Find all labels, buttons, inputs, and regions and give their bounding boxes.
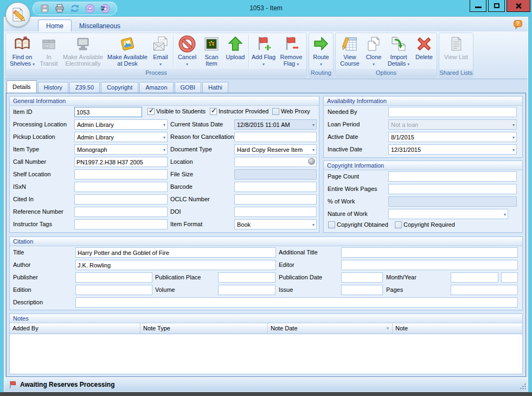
help-icon[interactable]: ? bbox=[512, 20, 523, 30]
oclc-number-input[interactable] bbox=[234, 194, 317, 205]
dropdown-arrow-icon[interactable]: ▾ bbox=[512, 123, 515, 127]
doi-input[interactable] bbox=[234, 207, 317, 217]
publication-place-input[interactable] bbox=[218, 272, 275, 283]
ribbon-button-cancel[interactable]: Cancel▾ bbox=[175, 34, 200, 69]
resize-grip[interactable] bbox=[519, 382, 527, 390]
dropdown-arrow-icon[interactable]: ▾ bbox=[163, 123, 165, 127]
isxn-input[interactable] bbox=[74, 182, 168, 192]
checkbox-icon[interactable] bbox=[210, 108, 217, 115]
refresh-icon[interactable] bbox=[69, 3, 81, 14]
active-date-combo[interactable]: 8/1/2015▾ bbox=[388, 132, 517, 142]
print-icon[interactable] bbox=[54, 3, 66, 14]
dropdown-arrow-icon[interactable]: ▾ bbox=[504, 212, 506, 217]
inactive-date-combo[interactable]: 12/31/2015▾ bbox=[388, 144, 517, 155]
tab-details[interactable]: Details bbox=[7, 80, 37, 93]
item-format-combo[interactable]: Book▾ bbox=[234, 219, 317, 229]
item-id-input[interactable] bbox=[74, 107, 142, 117]
dropdown-arrow-icon[interactable]: ▾ bbox=[163, 135, 165, 140]
notes-grid-body[interactable] bbox=[10, 334, 522, 374]
editor-input[interactable] bbox=[341, 260, 518, 270]
checkbox-instructor-provided[interactable]: Instructor Provided bbox=[210, 108, 268, 115]
publisher-input[interactable] bbox=[75, 272, 152, 283]
checkbox-web-proxy[interactable]: Web Proxy bbox=[272, 108, 310, 115]
ribbon-button-view-course[interactable]: ViewCourse bbox=[337, 34, 363, 69]
tab-copyright[interactable]: Copyright bbox=[101, 82, 138, 93]
ribbon-tab-home[interactable]: Home bbox=[38, 20, 72, 31]
processing-location-combo[interactable]: Admin Library▾ bbox=[74, 119, 168, 130]
ribbon-button-email[interactable]: Email▾ bbox=[149, 34, 172, 69]
current-status-date-combo[interactable]: 12/8/2015 11:01 AM▾ bbox=[234, 119, 317, 130]
month-input[interactable] bbox=[451, 272, 498, 283]
dropdown-arrow-icon[interactable]: ▾ bbox=[312, 222, 315, 227]
page-count-input[interactable] bbox=[388, 171, 517, 182]
ribbon-button-upload[interactable]: Upload bbox=[223, 34, 247, 69]
nature-of-work-combo[interactable]: ▾✕ bbox=[388, 209, 508, 219]
ribbon-button-clone[interactable]: Clone▾ bbox=[363, 34, 384, 69]
instructor-tags-input[interactable] bbox=[74, 219, 168, 229]
minimize-button[interactable] bbox=[470, 0, 486, 12]
column-header-note-type[interactable]: Note Type bbox=[140, 323, 268, 334]
app-menu-button[interactable] bbox=[5, 2, 30, 27]
edition-input[interactable] bbox=[75, 285, 152, 295]
tab-gobi[interactable]: GOBI bbox=[175, 82, 202, 93]
ribbon-button-find-on-shelves[interactable]: Find onShelves ▾ bbox=[7, 34, 37, 69]
maximize-button[interactable] bbox=[488, 0, 505, 12]
save-icon[interactable] bbox=[39, 3, 50, 14]
ribbon-button-view-list[interactable]: View List bbox=[440, 34, 472, 69]
document-type-combo[interactable]: Hard Copy Reserve Item▾ bbox=[234, 144, 317, 155]
dropdown-arrow-icon[interactable]: ▾ bbox=[512, 148, 515, 152]
dropdown-arrow-icon[interactable]: ▾ bbox=[312, 148, 315, 152]
description-input[interactable] bbox=[75, 297, 518, 308]
column-header-added-by[interactable]: Added By bbox=[10, 323, 140, 334]
dropdown-arrow-icon[interactable]: ▾ bbox=[312, 123, 315, 127]
issue-input[interactable] bbox=[341, 285, 383, 295]
checkbox-copyright-required[interactable]: Copyright Required bbox=[395, 221, 455, 228]
loan-period-combo[interactable]: Not a loan▾ bbox=[388, 119, 517, 130]
tab-amazon[interactable]: Amazon bbox=[139, 82, 173, 93]
pickup-location-combo[interactable]: Admin Library▾ bbox=[74, 132, 168, 142]
call-number-input[interactable] bbox=[74, 157, 168, 167]
move-up-icon[interactable] bbox=[84, 3, 96, 14]
pages-input[interactable] bbox=[451, 285, 518, 295]
title-input[interactable] bbox=[75, 247, 276, 258]
tab-hathi[interactable]: Hathi bbox=[202, 82, 228, 93]
item-type-combo[interactable]: Monograph▾ bbox=[74, 144, 168, 155]
dropdown-arrow-icon[interactable]: ▾ bbox=[512, 135, 515, 140]
titlebar[interactable]: 1053 - Item bbox=[0, 0, 532, 16]
author-input[interactable] bbox=[75, 260, 276, 270]
additional-title-input[interactable] bbox=[341, 247, 518, 258]
location-input[interactable] bbox=[234, 157, 317, 167]
location-lookup-icon[interactable] bbox=[308, 158, 315, 165]
ribbon-button-scan-item[interactable]: ScanItem bbox=[200, 34, 223, 69]
tab-z3950[interactable]: Z39.50 bbox=[69, 82, 100, 93]
ribbon-button-make-available-electronically[interactable]: Make AvailableElectronically bbox=[60, 34, 106, 69]
publication-date-input[interactable] bbox=[341, 272, 383, 283]
ribbon-button-import-details[interactable]: ImportDetails ▾ bbox=[384, 34, 413, 69]
shelf-location-input[interactable] bbox=[74, 169, 168, 180]
tab-history[interactable]: History bbox=[38, 82, 68, 93]
volume-input[interactable] bbox=[218, 285, 275, 295]
reason-for-cancellation-input[interactable] bbox=[234, 132, 317, 142]
ribbon-button-route[interactable]: Route▾ bbox=[310, 34, 332, 69]
year-input[interactable] bbox=[501, 272, 518, 283]
ribbon-button-add-flag[interactable]: Add Flag▾ bbox=[250, 34, 277, 69]
needed-by-input[interactable] bbox=[388, 107, 517, 117]
checkbox-copyright-obtained[interactable]: Copyright Obtained bbox=[328, 221, 388, 228]
reference-number-input[interactable] bbox=[74, 207, 168, 217]
ribbon-button-make-available-at-desk[interactable]: Make Availableat Desk bbox=[106, 34, 149, 69]
dropdown-arrow-icon[interactable]: ▾ bbox=[163, 148, 165, 152]
ribbon-button-delete[interactable]: Delete bbox=[413, 34, 435, 69]
close-button[interactable] bbox=[507, 0, 530, 12]
customize-qat-icon[interactable] bbox=[99, 4, 106, 13]
checkbox-visible-to-students[interactable]: Visible to Students bbox=[148, 108, 206, 115]
checkbox-icon[interactable] bbox=[272, 108, 279, 115]
checkbox-icon[interactable] bbox=[328, 221, 335, 228]
column-header-note[interactable]: Note bbox=[393, 323, 522, 334]
entire-work-pages-input[interactable] bbox=[388, 184, 517, 194]
checkbox-icon[interactable] bbox=[148, 108, 155, 115]
ribbon-button-remove-flag[interactable]: RemoveFlag ▾ bbox=[277, 34, 305, 69]
checkbox-icon[interactable] bbox=[395, 221, 402, 228]
ribbon-tab-miscellaneous[interactable]: Miscellaneous bbox=[72, 20, 128, 31]
cited-in-input[interactable] bbox=[74, 194, 168, 205]
ribbon-button-in-transit[interactable]: InTransit bbox=[37, 34, 60, 69]
